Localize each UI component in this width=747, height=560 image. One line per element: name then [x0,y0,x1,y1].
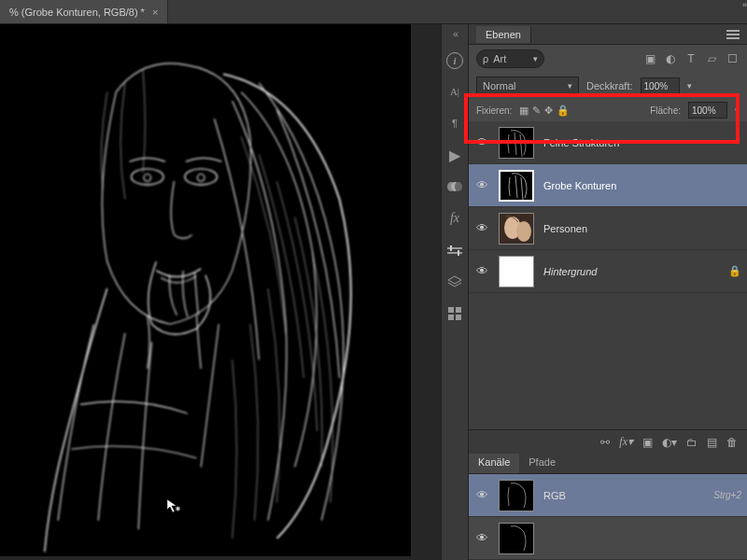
canvas[interactable] [0,24,411,556]
group-icon[interactable]: 🗀 [686,436,698,449]
filter-icons: ▣ ◐ T ▱ ☐ [642,51,740,66]
mask-icon[interactable]: ▣ [642,436,653,449]
layer-row[interactable]: 👁 Hintergrund 🔒 [469,250,747,293]
panel-menu-icon[interactable] [728,454,747,463]
styles-icon[interactable]: fx [445,209,464,228]
svg-rect-10 [450,245,452,251]
layer-filter[interactable]: ρ ▾ [476,49,544,68]
lock-move-icon[interactable]: ✥ [544,105,553,117]
svg-rect-0 [9,24,402,556]
visibility-icon[interactable]: 👁 [474,135,489,149]
channel-row[interactable]: 👁 RGB Strg+2 [469,474,747,517]
chevron-down-icon[interactable]: ▾ [687,81,692,91]
swatches-icon[interactable] [445,177,464,196]
filter-type-icon[interactable]: T [684,51,698,66]
chevron-down-icon[interactable]: ▾ [568,81,572,91]
canvas-area[interactable] [0,24,441,560]
filter-pixel-icon[interactable]: ▣ [642,51,657,66]
search-icon: ρ [483,53,488,64]
visibility-icon[interactable]: 👁 [474,178,489,192]
svg-point-20 [516,221,531,242]
visibility-icon[interactable]: 👁 [474,488,489,502]
layer-thumb[interactable] [499,213,534,245]
layer-name: Feine Strukturen [543,137,619,148]
layer-name: Grobe Konturen [543,180,616,191]
collapsed-panel-dock: « i A| ¶ ▶ fx [441,24,469,560]
visibility-icon[interactable]: 👁 [474,531,489,545]
lock-label: Fixieren: [476,105,512,116]
adjustments-icon[interactable] [445,241,464,259]
channels-tabs: Kanäle Pfade [469,454,747,474]
blend-mode-label: Normal [483,80,515,91]
panel-collapse-icon[interactable]: » [742,0,745,9]
chevron-down-icon[interactable]: ▾ [533,54,538,63]
fill-input[interactable]: 100% [688,102,727,119]
opacity-input[interactable]: 100% [641,77,680,94]
close-icon[interactable]: × [152,7,158,18]
layer-thumb[interactable] [499,256,534,287]
layer-row[interactable]: 👁 Personen [469,207,747,250]
svg-rect-15 [456,315,461,320]
svg-point-7 [455,182,462,191]
layer-row[interactable]: 👁 Feine Strukturen [469,121,747,164]
lock-transparency-icon[interactable]: ▦ [519,105,529,117]
visibility-icon[interactable]: 👁 [474,264,489,278]
layers-list: 👁 Feine Strukturen 👁 Grobe Konturen 👁 Pe… [469,121,747,429]
layer-name: Hintergrund [543,266,597,277]
blend-mode-select[interactable]: Normal ▾ [476,77,579,95]
new-layer-icon[interactable]: ▤ [707,436,717,449]
info-icon[interactable]: i [446,52,463,69]
trash-icon[interactable]: 🗑 [726,436,738,449]
cursor-icon [166,498,181,513]
lock-icon: 🔒 [728,265,741,277]
link-icon[interactable]: ⚯ [600,436,610,449]
document-tabs: % (Grobe Konturen, RGB/8) * × « [0,0,747,24]
paths-tab[interactable]: Pfade [519,454,565,473]
lock-brush-icon[interactable]: ✎ [532,105,541,117]
workspace: « i A| ¶ ▶ fx » Ebenen ρ ▾ [0,24,747,560]
channel-row[interactable]: 👁 [469,517,747,560]
chevron-down-icon[interactable]: ▾ [735,105,740,115]
grid-icon[interactable] [445,304,464,323]
svg-rect-14 [448,315,454,320]
character-icon[interactable]: A| [445,82,464,101]
channel-shortcut: Strg+2 [713,490,741,500]
svg-rect-11 [458,250,459,256]
filter-smart-icon[interactable]: ☐ [725,51,740,66]
opacity-label: Deckkraft: [586,80,633,91]
layers-icon[interactable] [445,273,464,291]
document-tab-label: % (Grobe Konturen, RGB/8) * [9,7,145,18]
layer-thumb[interactable] [499,127,534,159]
layer-name: Personen [543,223,587,234]
channel-thumb [499,480,534,511]
filter-adjust-icon[interactable]: ◐ [663,51,678,66]
panels: » Ebenen ρ ▾ ▣ ◐ T ▱ ☐ Normal ▾ [469,24,747,560]
dock-collapse-icon[interactable]: « [453,28,457,39]
play-icon[interactable]: ▶ [445,146,464,164]
layers-footer: ⚯ fx▾ ▣ ◐▾ 🗀 ▤ 🗑 [469,429,747,454]
channel-thumb [499,523,534,554]
lock-fill-row: Fixieren: ▦ ✎ ✥ 🔒 Fläche: 100% ▾ [469,99,747,121]
layers-panel-tab[interactable]: Ebenen [476,26,531,43]
blend-opacity-row: Normal ▾ Deckkraft: 100% ▾ [469,73,747,99]
panel-menu-icon[interactable] [726,30,740,39]
filter-type-input[interactable] [493,53,529,64]
svg-rect-12 [448,307,454,313]
filter-shape-icon[interactable]: ▱ [704,51,719,66]
svg-rect-8 [447,247,462,249]
document-tab[interactable]: % (Grobe Konturen, RGB/8) * × [0,0,168,23]
fill-label: Fläche: [650,105,681,116]
channels-tab[interactable]: Kanäle [469,454,519,473]
fx-icon[interactable]: fx▾ [619,435,633,449]
svg-rect-21 [500,480,533,511]
channel-name: RGB [543,490,566,501]
svg-rect-13 [456,307,461,313]
layer-row[interactable]: 👁 Grobe Konturen [469,164,747,207]
paragraph-icon[interactable]: ¶ [445,114,464,133]
lock-all-icon[interactable]: 🔒 [557,105,570,117]
layers-panel-header: Ebenen [469,24,747,45]
adjustment-icon[interactable]: ◐▾ [662,436,677,449]
layer-thumb[interactable] [499,170,534,202]
svg-rect-22 [500,523,533,554]
visibility-icon[interactable]: 👁 [474,221,489,235]
